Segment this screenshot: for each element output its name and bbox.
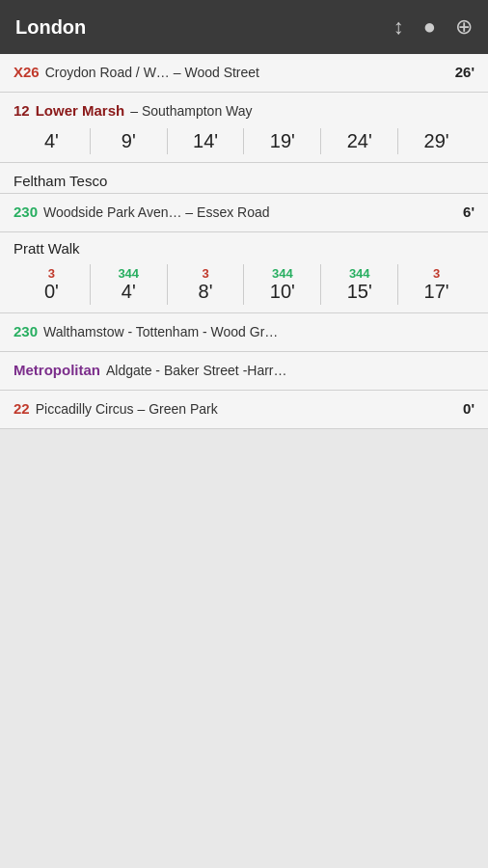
route-number-22[interactable]: 22 — [14, 400, 30, 417]
route-12-stop: Lower Marsh — [36, 102, 125, 119]
route-12-line: 12 Lower Marsh – Southampton Way — [14, 102, 474, 119]
pratt-time-1: 3 0' — [14, 264, 91, 305]
time-cell-4: 19' — [244, 128, 321, 154]
route-12-desc: – Southampton Way — [130, 103, 474, 119]
route-22-line: 22 Piccadilly Circus – Green Park 0' — [14, 400, 474, 417]
time-cell-6: 29' — [398, 128, 474, 154]
pratt-time-2: 344 4' — [91, 264, 168, 305]
feltham-tesco-label: Feltham Tesco — [0, 163, 488, 194]
time-val-5: 24' — [347, 130, 372, 152]
pratt-time-3: 3 8' — [168, 264, 245, 305]
time-cell-1: 4' — [14, 128, 91, 154]
pratt-val-3: 8' — [199, 281, 213, 303]
pratt-route-1: 3 — [48, 266, 55, 281]
pratt-time-4: 344 10' — [244, 264, 321, 305]
route-12-block: 12 Lower Marsh – Southampton Way 4' 9' 1… — [0, 93, 488, 163]
route-230a-block: 230 Woodside Park Aven… – Essex Road 6' — [0, 194, 488, 232]
content-area: X26 Croydon Road / W… – Wood Street 26' … — [0, 54, 488, 429]
pratt-val-1: 0' — [44, 281, 59, 303]
route-number-12[interactable]: 12 — [14, 102, 30, 119]
time-val-3: 14' — [193, 130, 218, 152]
route-metropolitan-line: Metropolitan Aldgate - Baker Street -Har… — [14, 362, 474, 378]
gps-icon[interactable]: ⊕ — [455, 14, 473, 40]
route-22-desc: Piccadilly Circus – Green Park — [36, 401, 457, 417]
app-header: London ↕ ● ⊕ — [0, 0, 488, 54]
time-cell-5: 24' — [321, 128, 398, 154]
route-230b-block: 230 Walthamstow - Tottenham - Wood Gr… — [0, 313, 488, 352]
time-cell-2: 9' — [91, 128, 168, 154]
route-22-block: 22 Piccadilly Circus – Green Park 0' — [0, 391, 488, 429]
time-val-4: 19' — [270, 130, 295, 152]
sort-icon[interactable]: ↕ — [393, 14, 404, 40]
route-number-metropolitan[interactable]: Metropolitan — [14, 362, 100, 378]
pratt-walk-times: 3 0' 344 4' 3 8' 344 10' 344 15' 3 17' — [0, 260, 488, 313]
route-time-x26: 26' — [455, 64, 474, 80]
route-x26-block: X26 Croydon Road / W… – Wood Street 26' — [0, 54, 488, 93]
route-230a-time: 6' — [463, 203, 474, 220]
route-desc-x26: Croydon Road / W… – Wood Street — [45, 65, 449, 80]
route-12-times: 4' 9' 14' 19' 24' 29' — [0, 124, 488, 163]
pratt-route-4: 344 — [272, 266, 293, 281]
pratt-val-6: 17' — [424, 281, 449, 303]
pratt-route-6: 3 — [433, 266, 440, 281]
pratt-route-5: 344 — [349, 266, 370, 281]
pratt-time-6: 3 17' — [398, 264, 474, 305]
route-230b-line: 230 Walthamstow - Tottenham - Wood Gr… — [14, 323, 474, 339]
route-number-230a[interactable]: 230 — [14, 203, 38, 220]
route-22-time: 0' — [463, 400, 474, 417]
pratt-val-4: 10' — [270, 281, 295, 303]
route-230b-desc: Walthamstow - Tottenham - Wood Gr… — [43, 324, 474, 339]
pratt-val-2: 4' — [122, 281, 136, 303]
location-icon[interactable]: ● — [423, 14, 436, 40]
route-230a-desc: Woodside Park Aven… – Essex Road — [43, 204, 457, 220]
time-val-1: 4' — [44, 130, 59, 152]
route-12-header: 12 Lower Marsh – Southampton Way — [0, 93, 488, 124]
pratt-val-5: 15' — [347, 281, 372, 303]
header-title: London — [15, 16, 374, 39]
pratt-time-5: 344 15' — [321, 264, 398, 305]
route-metropolitan-desc: Aldgate - Baker Street -Harr… — [106, 363, 474, 378]
pratt-walk-label: Pratt Walk — [0, 232, 488, 260]
time-val-2: 9' — [122, 130, 136, 152]
route-number-x26[interactable]: X26 — [14, 64, 40, 80]
route-230a-line: 230 Woodside Park Aven… – Essex Road 6' — [14, 203, 474, 220]
time-val-6: 29' — [424, 130, 449, 152]
pratt-route-3: 3 — [202, 266, 208, 281]
time-cell-3: 14' — [168, 128, 245, 154]
pratt-route-2: 344 — [118, 266, 139, 281]
route-metropolitan-block: Metropolitan Aldgate - Baker Street -Har… — [0, 352, 488, 391]
route-number-230b[interactable]: 230 — [14, 323, 38, 339]
route-x26-line: X26 Croydon Road / W… – Wood Street 26' — [14, 64, 474, 80]
pratt-walk-section: Pratt Walk 3 0' 344 4' 3 8' 344 10' 344 … — [0, 232, 488, 313]
